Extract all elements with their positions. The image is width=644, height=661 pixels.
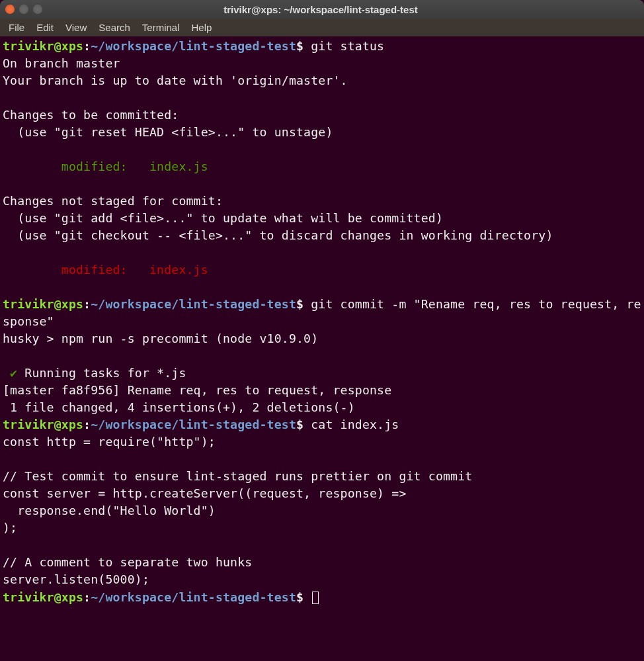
window-title: trivikr@xps: ~/workspace/lint-staged-tes… xyxy=(42,4,639,15)
checkmark-icon: ✔ xyxy=(3,366,24,380)
prompt-dollar: $ xyxy=(296,297,303,311)
prompt-sep: : xyxy=(83,39,91,53)
status-line-7: (use "git add <file>..." to update what … xyxy=(3,211,443,225)
prompt-sep: : xyxy=(83,418,91,431)
menu-view[interactable]: View xyxy=(60,20,93,35)
prompt-path: ~/workspace/lint-staged-test xyxy=(91,297,296,311)
status-line-3: Changes to be committed: xyxy=(3,108,179,122)
cat-line-2: // Test commit to ensure lint-staged run… xyxy=(3,469,472,483)
prompt-user: trivikr@xps xyxy=(3,418,83,431)
commit-hash-line: [master fa8f956] Rename req, res to requ… xyxy=(3,383,391,397)
status-line-8: (use "git checkout -- <file>..." to disc… xyxy=(3,228,553,242)
husky-line: husky > npm run -s precommit (node v10.9… xyxy=(3,331,318,345)
running-tasks: Running tasks for *.js xyxy=(24,366,186,380)
prompt-sep: : xyxy=(83,590,91,604)
status-unstaged-modified: modified: index.js xyxy=(3,263,208,277)
prompt-dollar: $ xyxy=(296,590,303,604)
command-3: cat index.js xyxy=(303,418,399,431)
status-line-6: Changes not staged for commit: xyxy=(3,194,223,208)
prompt-path: ~/workspace/lint-staged-test xyxy=(91,418,296,431)
cat-line-6: // A comment to separate two hunks xyxy=(3,555,252,569)
prompt-dollar: $ xyxy=(296,39,303,53)
cat-line-7: server.listen(5000); xyxy=(3,572,149,586)
prompt-user: trivikr@xps xyxy=(3,39,83,53)
command-1: git status xyxy=(303,39,384,53)
menu-help[interactable]: Help xyxy=(186,20,218,35)
cat-line-4: response.end("Hello World") xyxy=(3,504,216,517)
commit-stats-line: 1 file changed, 4 insertions(+), 2 delet… xyxy=(3,400,355,414)
status-line-2: Your branch is up to date with 'origin/m… xyxy=(3,73,348,87)
prompt-path: ~/workspace/lint-staged-test xyxy=(91,590,296,604)
menu-search[interactable]: Search xyxy=(93,20,136,35)
status-staged-modified: modified: index.js xyxy=(3,159,208,173)
menu-terminal[interactable]: Terminal xyxy=(136,20,186,35)
menu-file[interactable]: File xyxy=(3,20,30,35)
prompt-user: trivikr@xps xyxy=(3,297,83,311)
status-line-4: (use "git reset HEAD <file>..." to unsta… xyxy=(3,125,333,139)
prompt-path: ~/workspace/lint-staged-test xyxy=(91,39,296,53)
cat-line-5: ); xyxy=(3,521,17,535)
menubar: File Edit View Search Terminal Help xyxy=(0,19,644,36)
cat-line-3: const server = http.createServer((reques… xyxy=(3,486,407,500)
prompt-dollar: $ xyxy=(296,418,303,431)
prompt-user: trivikr@xps xyxy=(3,590,83,604)
minimize-button[interactable] xyxy=(19,5,28,14)
menu-edit[interactable]: Edit xyxy=(30,20,60,35)
cat-line-1: const http = require("http"); xyxy=(3,435,216,449)
status-line-1: On branch master xyxy=(3,56,120,70)
window-controls xyxy=(5,5,42,14)
close-button[interactable] xyxy=(5,5,15,14)
prompt-sep: : xyxy=(83,297,91,311)
maximize-button[interactable] xyxy=(33,5,42,14)
terminal-output[interactable]: trivikr@xps:~/workspace/lint-staged-test… xyxy=(0,36,644,607)
terminal-cursor xyxy=(312,592,319,604)
window-titlebar: trivikr@xps: ~/workspace/lint-staged-tes… xyxy=(0,0,644,19)
